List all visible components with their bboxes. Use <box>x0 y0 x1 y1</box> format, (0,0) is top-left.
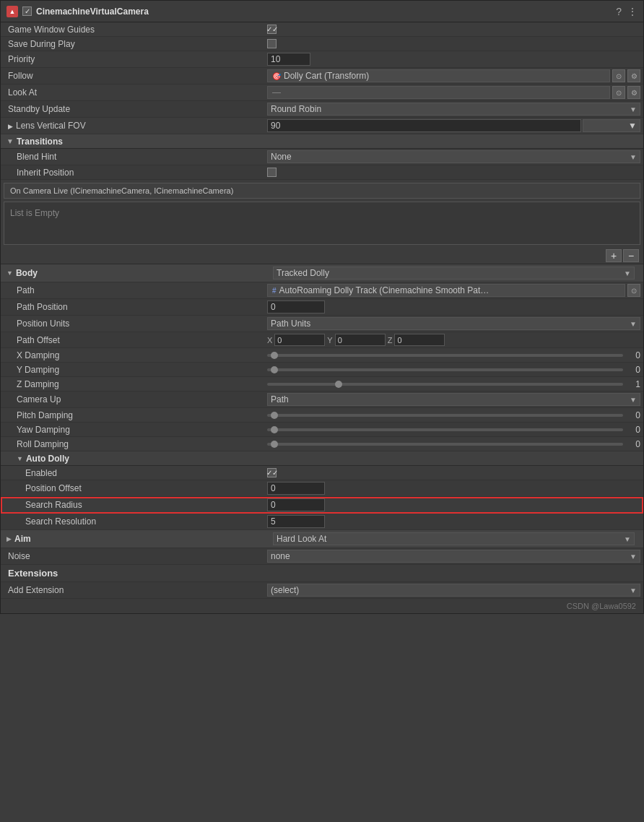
auto-dolly-title: Auto Dolly <box>26 454 69 464</box>
look-at-value: — ⊙ ⚙ <box>264 85 643 100</box>
path-object-field[interactable]: # AutoRoaming Dolly Track (Cinemachine S… <box>267 284 625 297</box>
x-damping-thumb[interactable] <box>271 352 278 359</box>
path-target-button[interactable]: ⊙ <box>627 284 640 297</box>
z-damping-row: Z Damping 1 <box>1 377 643 391</box>
z-damping-slider[interactable] <box>267 383 623 386</box>
lens-fov-dropdown[interactable]: ▼ <box>583 119 640 132</box>
add-extension-dropdown[interactable]: (select) ▼ <box>267 584 640 597</box>
enabled-checkbox[interactable]: ✓ <box>267 468 277 477</box>
priority-label: Priority <box>1 54 264 64</box>
lens-fov-label: ▶Lens Vertical FOV <box>1 121 264 131</box>
yaw-damping-row: Yaw Damping 0 <box>1 423 643 437</box>
y-damping-label: Y Damping <box>1 365 264 375</box>
y-damping-value: 0 <box>264 364 643 376</box>
noise-dropdown-label: none <box>271 551 290 561</box>
add-extension-arrow: ▼ <box>630 587 637 594</box>
aim-dropdown[interactable]: Hard Look At ▼ <box>273 532 635 545</box>
content-area: Game Window Guides ✓ Save During Play Pr… <box>1 22 643 613</box>
path-position-input[interactable] <box>267 300 325 313</box>
position-units-label: Position Units <box>1 319 264 329</box>
save-during-play-checkbox[interactable] <box>267 39 277 48</box>
standby-update-row: Standby Update Round Robin ▼ <box>1 101 643 118</box>
body-dropdown-arrow: ▼ <box>624 269 631 277</box>
roll-damping-number: 0 <box>626 439 640 449</box>
y-damping-thumb[interactable] <box>271 366 278 373</box>
position-units-row: Position Units Path Units ▼ <box>1 316 643 332</box>
standby-update-arrow: ▼ <box>630 105 637 113</box>
list-empty-box: List is Empty <box>4 202 640 245</box>
inherit-position-row: Inherit Position <box>1 165 643 180</box>
look-at-dash: — <box>272 87 281 98</box>
body-dropdown[interactable]: Tracked Dolly ▼ <box>273 267 635 280</box>
body-dropdown-col: Tracked Dolly ▼ <box>270 266 638 280</box>
menu-button[interactable]: ⋮ <box>627 6 638 17</box>
yaw-damping-thumb[interactable] <box>271 426 278 433</box>
roll-damping-thumb[interactable] <box>271 441 278 448</box>
body-label: Body <box>16 268 38 278</box>
look-at-target-button[interactable]: ⊙ <box>612 86 625 99</box>
follow-gear-button[interactable]: ⚙ <box>627 69 640 82</box>
y-damping-row: Y Damping 0 <box>1 363 643 377</box>
follow-object-field[interactable]: 🎯 Dolly Cart (Transform) <box>267 69 610 82</box>
path-offset-y[interactable] <box>335 334 386 346</box>
remove-button[interactable]: − <box>623 249 639 262</box>
look-at-label: Look At <box>1 87 264 98</box>
aim-arrow[interactable]: ▶ <box>6 535 12 542</box>
inherit-position-checkbox[interactable] <box>267 168 277 177</box>
path-object-icon: # <box>272 287 277 295</box>
lens-fov-input[interactable] <box>267 119 581 132</box>
event-box-label: On Camera Live (ICinemachineCamera, ICin… <box>10 186 233 195</box>
yaw-damping-slider[interactable] <box>267 428 623 431</box>
priority-input[interactable] <box>267 53 310 66</box>
roll-damping-value: 0 <box>264 438 643 450</box>
pitch-damping-slider[interactable] <box>267 414 623 417</box>
look-at-gear-button[interactable]: ⚙ <box>627 86 640 99</box>
y-damping-number: 0 <box>626 365 640 375</box>
search-radius-input[interactable] <box>267 498 325 511</box>
auto-dolly-arrow[interactable]: ▼ <box>17 455 23 462</box>
noise-dropdown[interactable]: none ▼ <box>267 550 640 563</box>
y-damping-slider[interactable] <box>267 368 623 371</box>
blend-hint-dropdown[interactable]: None ▼ <box>267 150 640 163</box>
transitions-title: Transitions <box>17 137 63 147</box>
list-empty-label: List is Empty <box>10 208 59 218</box>
extensions-label: Extensions <box>8 568 58 579</box>
position-units-dropdown[interactable]: Path Units ▼ <box>267 317 640 330</box>
body-dropdown-label: Tracked Dolly <box>277 268 329 278</box>
add-button[interactable]: + <box>606 249 622 262</box>
follow-target-button[interactable]: ⊙ <box>612 69 625 82</box>
pitch-damping-label: Pitch Damping <box>1 410 264 420</box>
noise-dropdown-arrow: ▼ <box>630 553 637 561</box>
camera-up-label: Camera Up <box>1 394 264 404</box>
transitions-arrow[interactable]: ▼ <box>6 137 14 145</box>
inspector-header: ▲ ✓ CinemachineVirtualCamera ? ⋮ <box>1 1 643 22</box>
x-damping-value: 0 <box>264 350 643 361</box>
path-offset-x[interactable] <box>274 334 325 346</box>
position-offset-input[interactable] <box>267 482 325 495</box>
look-at-row: Look At — ⊙ ⚙ <box>1 85 643 101</box>
game-window-guides-checkbox[interactable]: ✓ <box>267 25 277 34</box>
roll-damping-slider[interactable] <box>267 443 623 446</box>
follow-object-label: Dolly Cart (Transform) <box>284 71 369 81</box>
z-damping-thumb[interactable] <box>335 381 342 388</box>
event-box: On Camera Live (ICinemachineCamera, ICin… <box>4 183 640 199</box>
search-resolution-input[interactable] <box>267 515 325 528</box>
position-offset-value <box>264 481 643 496</box>
pitch-damping-thumb[interactable] <box>271 412 278 419</box>
aim-label: Aim <box>14 534 31 544</box>
lens-fov-arrow[interactable]: ▶ <box>8 123 13 130</box>
look-at-object-field[interactable]: — <box>267 86 610 99</box>
aim-section-row: ▶ Aim Hard Look At ▼ <box>1 530 643 548</box>
search-radius-row: Search Radius <box>1 497 643 514</box>
help-button[interactable]: ? <box>616 6 622 17</box>
body-arrow[interactable]: ▼ <box>6 269 13 277</box>
path-offset-z[interactable] <box>394 334 445 346</box>
aim-section-header: ▶ Aim <box>6 534 270 544</box>
lens-fov-row: ▶Lens Vertical FOV ▼ <box>1 118 643 134</box>
standby-update-dropdown[interactable]: Round Robin ▼ <box>267 103 640 116</box>
path-position-label: Path Position <box>1 302 264 312</box>
component-enabled-checkbox[interactable]: ✓ <box>22 7 32 16</box>
camera-up-dropdown[interactable]: Path ▼ <box>267 393 640 406</box>
x-damping-slider[interactable] <box>267 354 623 357</box>
add-extension-row: Add Extension (select) ▼ <box>1 582 643 599</box>
